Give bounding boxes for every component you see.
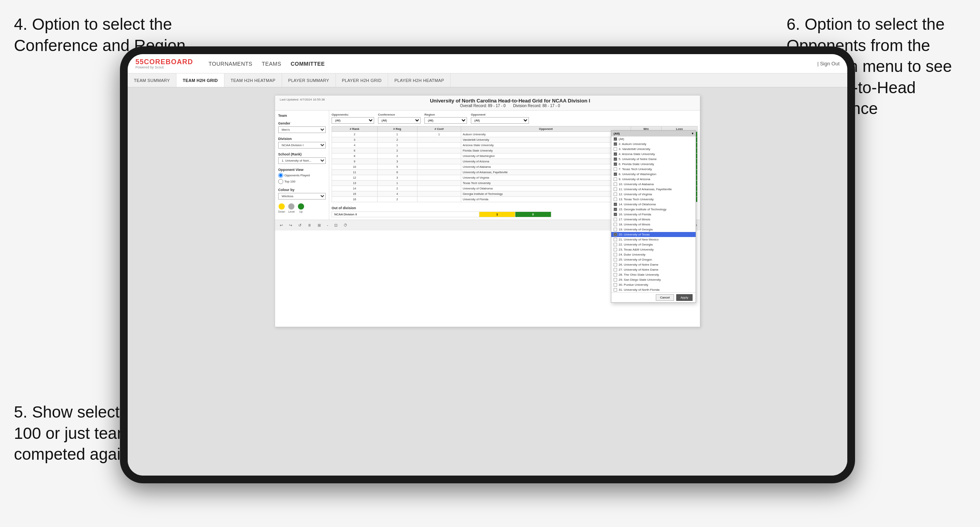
dropdown-item-label: 16. University of Florida (619, 213, 651, 216)
toolbar-pause[interactable]: ⏸ (306, 222, 313, 228)
dropdown-item[interactable]: 3. Vanderbilt University (611, 147, 696, 152)
conference-filter-select[interactable]: (All) (378, 117, 421, 124)
toolbar-clock[interactable]: ⏱ (342, 222, 349, 228)
dropdown-item-label: 11. University of Arkansas, Fayetteville (619, 188, 672, 191)
opponent-dropdown: (All) ▾ ✓(All)✓2. Auburn University3. Va… (611, 130, 696, 303)
dropdown-item[interactable]: 30. Purdue University (611, 282, 696, 287)
dropdown-item[interactable]: ✓4. Arizona State University (611, 152, 696, 157)
dropdown-checkbox: ✓ (614, 137, 617, 141)
dropdown-item[interactable]: 12. University of Virginia (611, 192, 696, 197)
dropdown-checkbox (614, 193, 617, 196)
dropdown-item[interactable]: 7. Texas Tech University (611, 167, 696, 172)
conference-filter-group: Conference (All) (378, 113, 421, 124)
dropdown-item-label: (All) (619, 137, 624, 141)
division-section: Division NCAA Division I (278, 137, 326, 148)
dropdown-item[interactable]: ✓(All) (611, 136, 696, 142)
dropdown-item[interactable]: 23. Texas A&M University (611, 247, 696, 252)
dropdown-item[interactable]: 26. University of Notre Dame (611, 262, 696, 267)
col-rank: # Rank (332, 126, 378, 132)
dropdown-item[interactable]: ✓15. Georgia Institute of Technology (611, 207, 696, 212)
dropdown-item-label: 10. University of Alabama (619, 182, 654, 186)
dropdown-item[interactable]: 27. University of Notre Dame (611, 267, 696, 272)
opponents-filter-select[interactable]: (All) (332, 117, 374, 124)
dropdown-item[interactable]: 9. University of Arizona (611, 177, 696, 182)
dropdown-footer: Cancel Apply (611, 292, 696, 302)
sub-nav-team-h2h-grid[interactable]: TEAM H2H GRID (176, 73, 224, 87)
dropdown-item[interactable]: 19. University of Georgia (611, 227, 696, 232)
region-filter-group: Region (All) (424, 113, 467, 124)
toolbar-minus[interactable]: - (325, 222, 330, 228)
dropdown-item-label: 9. University of Arizona (619, 177, 650, 181)
nav-sign-out[interactable]: | Sign Out (817, 61, 840, 67)
legend-level: Level (288, 203, 295, 213)
dropdown-item[interactable]: ✓14. University of Oklahoma (611, 202, 696, 207)
opponent-filter-select[interactable]: (All) (471, 117, 529, 124)
dropdown-checkbox: ✓ (614, 233, 617, 236)
dropdown-item-label: 6. Florida State University (619, 162, 654, 166)
dropdown-item-label: 24. Duke University (619, 253, 645, 256)
region-filter-select[interactable]: (All) (424, 117, 467, 124)
division-select[interactable]: NCAA Division I (278, 142, 326, 148)
dropdown-item[interactable]: 29. San Diego State University (611, 277, 696, 282)
dropdown-item[interactable]: 25. University of Oregon (611, 257, 696, 262)
sub-nav-team-h2h-heatmap[interactable]: TEAM H2H HEATMAP (224, 73, 282, 87)
toolbar-undo[interactable]: ↩ (278, 222, 284, 228)
report-title: University of North Carolina Head-to-Hea… (325, 98, 695, 108)
dropdown-checkbox (614, 263, 617, 266)
dropdown-checkbox (614, 223, 617, 226)
sub-nav-team-summary[interactable]: TEAM SUMMARY (128, 73, 176, 87)
dropdown-item[interactable]: 28. The Ohio State University (611, 272, 696, 277)
logo: 55COREBOARD Powered by Scout (135, 58, 193, 69)
dropdown-item[interactable]: ✓8. University of Washington (611, 172, 696, 177)
dropdown-item[interactable]: ✓16. University of Florida (611, 212, 696, 217)
dropdown-apply-button[interactable]: Apply (676, 294, 693, 301)
sub-nav-player-h2h-heatmap[interactable]: PLAYER H2H HEATMAP (388, 73, 450, 87)
nav-teams[interactable]: TEAMS (262, 59, 281, 68)
sub-nav-player-summary[interactable]: PLAYER SUMMARY (282, 73, 336, 87)
dropdown-item[interactable]: 17. University of Illinois (611, 217, 696, 222)
opponents-played-radio[interactable]: Opponents Played (278, 173, 326, 178)
top-100-radio[interactable]: Top 100 (278, 179, 326, 184)
sub-navigation: TEAM SUMMARY TEAM H2H GRID TEAM H2H HEAT… (128, 73, 847, 87)
dropdown-item[interactable]: 10. University of Alabama (611, 182, 696, 187)
dropdown-checkbox (614, 243, 617, 246)
dropdown-cancel-button[interactable]: Cancel (656, 294, 674, 301)
nav-committee[interactable]: COMMITTEE (291, 59, 325, 68)
dropdown-item[interactable]: ✓5. University of Notre Dame (611, 157, 696, 162)
dropdown-item[interactable]: 21. University of New Mexico (611, 237, 696, 242)
colour-by-section: Colour by Win/loss (278, 188, 326, 200)
dropdown-item[interactable]: ✓6. Florida State University (611, 162, 696, 167)
toolbar-copy[interactable]: ⊞ (316, 222, 322, 228)
dropdown-item[interactable]: 18. University of Illinois (611, 222, 696, 227)
dropdown-item[interactable]: 31. University of North Florida (611, 287, 696, 292)
dropdown-item-label: 26. University of Notre Dame (619, 263, 658, 266)
dropdown-checkbox: ✓ (614, 213, 617, 216)
dropdown-list[interactable]: ✓(All)✓2. Auburn University3. Vanderbilt… (611, 136, 696, 292)
toolbar-redo[interactable]: ↪ (287, 222, 294, 228)
opponent-view-radio-group: Opponents Played Top 100 (278, 173, 326, 184)
school-select[interactable]: 1. University of Nort... (278, 157, 326, 164)
dropdown-item-label: 21. University of New Mexico (619, 238, 658, 241)
nav-tournaments[interactable]: TOURNAMENTS (209, 59, 252, 68)
dropdown-item[interactable]: ✓20. University of Texas (611, 232, 696, 237)
toolbar-refresh[interactable]: ↺ (297, 222, 303, 228)
toolbar-crop[interactable]: ⊡ (333, 222, 339, 228)
filter-row: Opponents: (All) Conference (All) (332, 113, 698, 124)
sub-nav-player-h2h-grid[interactable]: PLAYER H2H GRID (336, 73, 388, 87)
dropdown-checkbox (614, 218, 617, 221)
dropdown-checkbox (614, 228, 617, 231)
gender-select[interactable]: Men's (278, 126, 326, 133)
dropdown-item[interactable]: ✓2. Auburn University (611, 142, 696, 147)
school-section: School (Rank) 1. University of Nort... (278, 152, 326, 164)
opponents-filter-group: Opponents: (All) (332, 113, 374, 124)
main-content: Last Updated: 4/7/2024 16:55:38 Universi… (128, 87, 847, 476)
dropdown-checkbox (614, 238, 617, 241)
dropdown-checkbox: ✓ (614, 203, 617, 206)
dropdown-checkbox (614, 167, 617, 171)
dropdown-item[interactable]: 22. University of Georgia (611, 242, 696, 247)
dropdown-item[interactable]: 24. Duke University (611, 252, 696, 257)
opponent-view-section: Opponent View Opponents Played Top 100 (278, 168, 326, 184)
dropdown-item[interactable]: 11. University of Arkansas, Fayetteville (611, 187, 696, 192)
dropdown-item[interactable]: 13. Texas Tech University (611, 197, 696, 202)
colour-by-select[interactable]: Win/loss (278, 193, 326, 200)
